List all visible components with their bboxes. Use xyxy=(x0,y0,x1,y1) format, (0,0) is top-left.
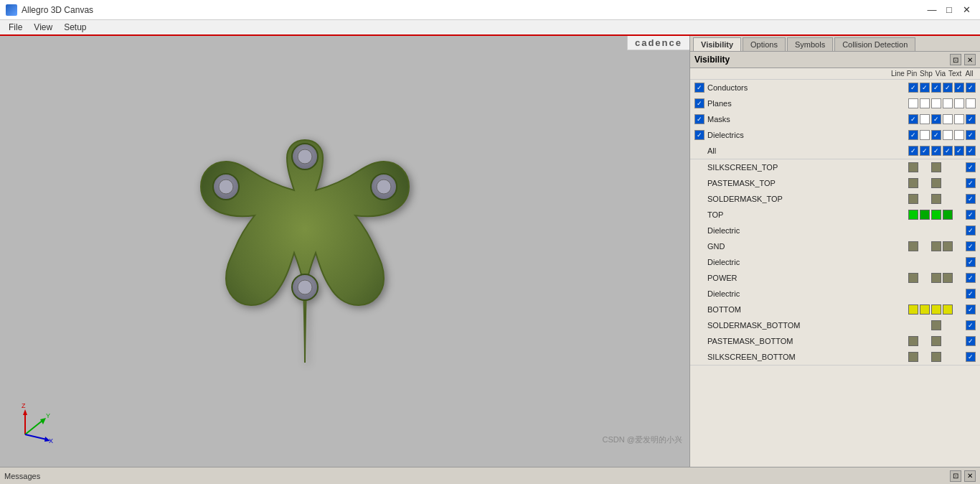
cb-all-text[interactable] xyxy=(954,146,964,156)
color-silkscreen-top-0[interactable] xyxy=(908,162,918,172)
cb-gnd-all[interactable] xyxy=(966,241,976,251)
cb-dielectric1-all[interactable] xyxy=(966,225,976,236)
panel-body[interactable]: Conductors Planes xyxy=(690,80,980,467)
soldermask-bottom-checkboxes xyxy=(908,320,976,330)
color-pastemask-bottom-0[interactable] xyxy=(908,336,918,346)
cb-all-line[interactable] xyxy=(908,146,918,156)
minimize-button[interactable]: — xyxy=(924,2,940,18)
tab-options[interactable]: Options xyxy=(743,37,786,51)
cb-planes-all[interactable] xyxy=(966,98,976,108)
tab-symbols[interactable]: Symbols xyxy=(787,37,833,51)
color-bottom-0[interactable] xyxy=(908,304,918,315)
cb-conductors-all[interactable] xyxy=(966,83,976,93)
cb-dielectrics-shp[interactable] xyxy=(931,130,941,140)
color-silkscreen-top-2[interactable] xyxy=(931,162,941,172)
maximize-button[interactable]: □ xyxy=(941,2,957,18)
gnd-checkboxes xyxy=(908,241,976,251)
color-power-3[interactable] xyxy=(943,273,953,283)
cb-conductors-main[interactable] xyxy=(694,83,705,93)
cb-dielectrics-text[interactable] xyxy=(954,130,964,140)
color-gnd-3[interactable] xyxy=(943,241,953,251)
cb-all-shp[interactable] xyxy=(931,146,941,156)
cb-silkscreen-top-all[interactable] xyxy=(966,162,976,172)
color-top-0[interactable] xyxy=(908,210,918,220)
menu-file[interactable]: File xyxy=(3,21,28,34)
color-gnd-2[interactable] xyxy=(931,241,941,251)
cb-planes-pin[interactable] xyxy=(920,98,930,108)
cb-masks-line[interactable] xyxy=(908,114,918,124)
tab-visibility[interactable]: Visibility xyxy=(693,37,741,51)
cb-planes-line[interactable] xyxy=(908,98,918,108)
cb-planes-via[interactable] xyxy=(943,98,953,108)
cb-masks-all[interactable] xyxy=(966,114,976,124)
row-top: TOP xyxy=(690,207,980,223)
messages-restore-button[interactable]: ⊡ xyxy=(950,470,961,482)
color-bottom-2[interactable] xyxy=(931,304,941,315)
cb-top-all[interactable] xyxy=(966,210,976,220)
col-group: Line Pin Shp Via Text All xyxy=(891,70,976,78)
color-pastemask-bottom-2[interactable] xyxy=(931,336,941,346)
cb-power-all[interactable] xyxy=(966,273,976,283)
cb-planes-main[interactable] xyxy=(694,98,705,108)
messages-close-button[interactable]: ✕ xyxy=(964,470,976,482)
cb-masks-via[interactable] xyxy=(943,114,953,124)
close-button[interactable]: ✕ xyxy=(958,2,974,18)
cb-dielectrics-all[interactable] xyxy=(966,130,976,140)
color-pastemask-top-0[interactable] xyxy=(908,178,918,188)
svg-point-1 xyxy=(298,149,312,164)
color-soldermask-top-2[interactable] xyxy=(931,194,941,204)
color-top-1[interactable] xyxy=(920,210,930,220)
cb-dielectrics-pin[interactable] xyxy=(920,130,930,140)
cb-dielectric3-all[interactable] xyxy=(966,289,976,299)
cb-masks-pin[interactable] xyxy=(920,114,930,124)
cb-all-via[interactable] xyxy=(943,146,953,156)
cb-planes-shp[interactable] xyxy=(931,98,941,108)
color-soldermask-bottom-2[interactable] xyxy=(931,320,941,330)
svg-marker-9 xyxy=(23,409,27,415)
panel-restore-button[interactable]: ⊡ xyxy=(950,54,961,65)
color-silkscreen-bottom-2[interactable] xyxy=(931,352,941,362)
conductors-checkboxes xyxy=(908,83,976,93)
cb-dielectrics-main[interactable] xyxy=(694,130,705,140)
cb-bottom-all[interactable] xyxy=(966,304,976,315)
color-silkscreen-bottom-0[interactable] xyxy=(908,352,918,362)
color-power-0[interactable] xyxy=(908,273,918,283)
color-top-2[interactable] xyxy=(931,210,941,220)
color-bottom-3[interactable] xyxy=(943,304,953,315)
cb-soldermask-top-all[interactable] xyxy=(966,194,976,204)
color-top-3[interactable] xyxy=(943,210,953,220)
cb-all-pin[interactable] xyxy=(920,146,930,156)
color-gnd-0[interactable] xyxy=(908,241,918,251)
col-text: Text xyxy=(948,70,961,78)
row-soldermask-bottom: SOLDERMASK_BOTTOM xyxy=(690,317,980,333)
main-layout: cadence xyxy=(0,36,980,467)
cb-planes-text[interactable] xyxy=(954,98,964,108)
cb-all-all[interactable] xyxy=(966,146,976,156)
cb-dielectrics-line[interactable] xyxy=(908,130,918,140)
cb-dielectric2-all[interactable] xyxy=(966,257,976,267)
cb-pastemask-top-all[interactable] xyxy=(966,178,976,188)
cb-conductors-text[interactable] xyxy=(954,83,964,93)
color-pastemask-top-2[interactable] xyxy=(931,178,941,188)
color-power-2[interactable] xyxy=(931,273,941,283)
cb-masks-text[interactable] xyxy=(954,114,964,124)
cb-conductors-via[interactable] xyxy=(943,83,953,93)
power-checkboxes xyxy=(908,273,976,283)
menu-view[interactable]: View xyxy=(28,21,58,34)
cb-masks-shp[interactable] xyxy=(931,114,941,124)
color-soldermask-top-0[interactable] xyxy=(908,194,918,204)
cb-pastemask-bottom-all[interactable] xyxy=(966,336,976,346)
cb-conductors-shp[interactable] xyxy=(931,83,941,93)
cb-silkscreen-bottom-all[interactable] xyxy=(966,352,976,362)
cb-conductors-pin[interactable] xyxy=(920,83,930,93)
tab-collision[interactable]: Collision Detection xyxy=(834,37,915,51)
menu-setup[interactable]: Setup xyxy=(58,21,92,34)
cb-masks-main[interactable] xyxy=(694,114,705,124)
svg-text:Y: Y xyxy=(46,412,50,419)
cb-dielectrics-via[interactable] xyxy=(943,130,953,140)
canvas-area[interactable]: cadence xyxy=(0,36,689,467)
color-bottom-1[interactable] xyxy=(920,304,930,315)
panel-close-button[interactable]: ✕ xyxy=(964,54,976,65)
cb-conductors-line[interactable] xyxy=(908,83,918,93)
cb-soldermask-bottom-all[interactable] xyxy=(966,320,976,330)
